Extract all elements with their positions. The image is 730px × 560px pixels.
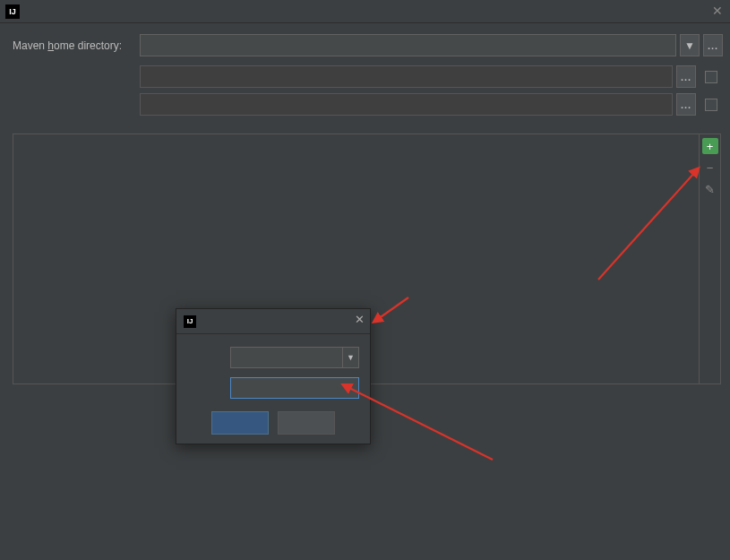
cancel-button[interactable] xyxy=(278,411,335,435)
edit-property-button[interactable]: ✎ xyxy=(702,181,718,197)
properties-toolbar: + − ✎ xyxy=(699,134,720,383)
user-settings-browse-button[interactable]: ... xyxy=(676,65,696,88)
maven-home-browse-button[interactable]: ... xyxy=(703,34,723,56)
app-logo: IJ xyxy=(184,315,196,328)
ok-button[interactable] xyxy=(211,411,269,435)
user-settings-field xyxy=(140,65,673,88)
close-icon[interactable]: ✕ xyxy=(355,313,365,326)
checkbox-icon[interactable] xyxy=(705,99,717,111)
app-logo: IJ xyxy=(5,4,20,19)
table-row[interactable] xyxy=(13,202,699,220)
properties-heading xyxy=(0,126,730,134)
table-row[interactable] xyxy=(13,168,699,185)
maven-settings-form: Maven home directory: ▼ ... ... xyxy=(0,23,730,126)
add-maven-property-dialog: IJ ✕ ▼ xyxy=(176,308,371,444)
table-row[interactable] xyxy=(13,151,699,168)
maven-home-label: Maven home directory: xyxy=(13,39,140,52)
chevron-down-icon[interactable]: ▼ xyxy=(342,348,358,367)
table-row[interactable] xyxy=(13,134,699,151)
maven-home-dropdown-button[interactable]: ▼ xyxy=(680,34,700,56)
maven-home-select[interactable] xyxy=(140,34,676,56)
close-icon[interactable]: ✕ xyxy=(712,4,723,18)
titlebar: IJ ✕ xyxy=(0,0,730,23)
remove-property-button[interactable]: − xyxy=(702,159,718,176)
local-repo-browse-button[interactable]: ... xyxy=(676,93,696,116)
modal-titlebar: IJ ✕ xyxy=(176,309,370,334)
local-repo-override[interactable] xyxy=(705,99,723,111)
table-row[interactable] xyxy=(13,185,699,202)
local-repo-field xyxy=(140,93,673,116)
checkbox-icon[interactable] xyxy=(705,71,717,83)
table-row[interactable] xyxy=(13,220,699,237)
user-settings-override[interactable] xyxy=(705,71,723,83)
add-property-button[interactable]: + xyxy=(702,138,718,154)
property-name-select[interactable]: ▼ xyxy=(230,347,359,368)
property-value-input[interactable] xyxy=(230,377,359,399)
